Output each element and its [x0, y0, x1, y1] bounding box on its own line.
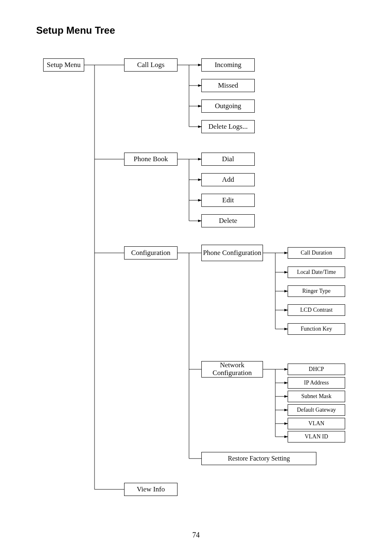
- node-missed: Missed: [201, 79, 255, 92]
- node-view-info: View Info: [124, 483, 178, 496]
- node-outgoing: Outgoing: [201, 100, 255, 113]
- page-number: 74: [0, 531, 392, 540]
- connector-lines: [0, 0, 392, 556]
- node-restore-factory: Restore Factory Setting: [201, 452, 316, 465]
- node-call-logs: Call Logs: [124, 58, 178, 72]
- node-phone-book: Phone Book: [124, 153, 178, 166]
- node-edit: Edit: [201, 194, 255, 207]
- node-incoming: Incoming: [201, 58, 255, 72]
- node-configuration: Configuration: [124, 246, 178, 259]
- page-title: Setup Menu Tree: [36, 25, 115, 36]
- node-default-gateway: Default Gateway: [288, 404, 345, 416]
- node-network-configuration: Network Configuration: [201, 361, 263, 378]
- node-lcd-contrast: LCD Contrast: [288, 304, 345, 316]
- node-call-duration: Call Duration: [288, 247, 345, 259]
- node-delete-logs: Delete Logs...: [201, 120, 255, 133]
- node-dhcp: DHCP: [288, 364, 345, 375]
- node-setup-menu: Setup Menu: [43, 58, 84, 72]
- node-ringer-type: Ringer Type: [288, 285, 345, 297]
- node-phone-configuration: Phone Configuration: [201, 245, 263, 261]
- node-function-key: Function Key: [288, 323, 345, 335]
- node-local-datetime: Local Date/Time: [288, 266, 345, 278]
- node-add: Add: [201, 173, 255, 186]
- node-dial: Dial: [201, 153, 255, 166]
- node-ip-address: IP Address: [288, 377, 345, 389]
- node-delete: Delete: [201, 214, 255, 227]
- node-vlan: VLAN: [288, 418, 345, 429]
- node-subnet-mask: Subnet Mask: [288, 391, 345, 402]
- node-vlan-id: VLAN ID: [288, 431, 345, 442]
